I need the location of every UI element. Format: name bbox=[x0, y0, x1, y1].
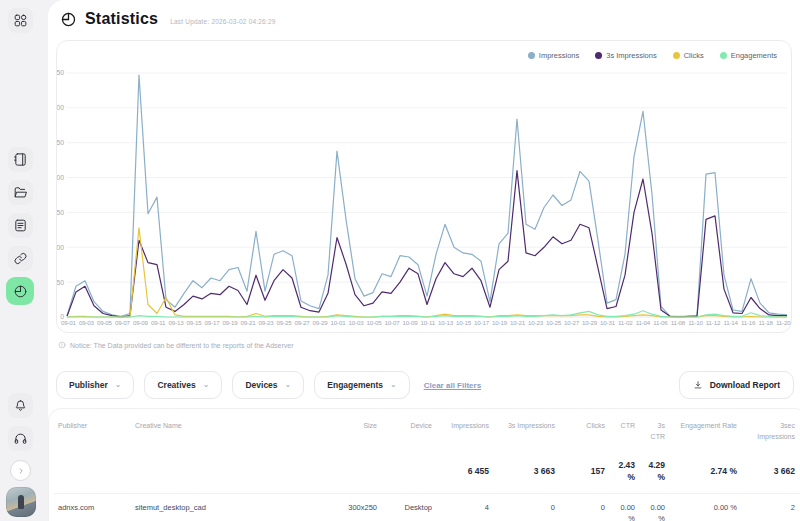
filter-dropdown-engagements[interactable]: Engagements⌄ bbox=[314, 371, 409, 399]
x-tick-label: 11-04 bbox=[636, 319, 650, 326]
x-tick-label: 09-25 bbox=[277, 319, 292, 326]
x-tick-label: 10-17 bbox=[474, 319, 489, 326]
table-cell: 300x250 bbox=[311, 503, 381, 514]
filter-dropdown-devices[interactable]: Devices⌄ bbox=[232, 371, 304, 399]
filter-dropdown-creatives[interactable]: Creatives⌄ bbox=[144, 371, 222, 399]
link-icon bbox=[13, 251, 28, 266]
bell-icon bbox=[13, 398, 28, 413]
column-header: Publisher bbox=[54, 421, 131, 442]
y-tick-label: 50 bbox=[57, 279, 64, 286]
x-tick-label: 10-03 bbox=[349, 319, 364, 326]
chevron-down-icon: ⌄ bbox=[115, 380, 122, 389]
sidebar-item-notifications[interactable] bbox=[8, 393, 33, 418]
y-tick-label: 200 bbox=[57, 174, 64, 181]
x-tick-label: 09-09 bbox=[133, 319, 148, 326]
sidebar-expand-button[interactable] bbox=[10, 460, 31, 481]
download-report-button[interactable]: Download Report bbox=[679, 371, 794, 399]
legend-label: Engagements bbox=[731, 51, 777, 60]
filter-bar: Publisher⌄Creatives⌄Devices⌄Engagements⌄… bbox=[56, 370, 794, 400]
chart-panel: Impressions3s ImpressionsClicksEngagemen… bbox=[56, 40, 792, 333]
table-cell: 4 bbox=[436, 503, 493, 514]
legend-item[interactable]: Clicks bbox=[673, 51, 704, 60]
filter-label: Publisher bbox=[69, 380, 108, 390]
legend-dot bbox=[673, 52, 680, 59]
sidebar-item-folders[interactable] bbox=[8, 180, 33, 205]
column-header: Creative Name bbox=[131, 421, 311, 442]
x-axis-labels: 09-0109-0309-0509-0709-0909-1109-1309-15… bbox=[61, 319, 791, 326]
filter-label: Engagements bbox=[327, 380, 383, 390]
y-tick-label: 300 bbox=[57, 104, 64, 111]
table-header-row: PublisherCreative NameSizeDeviceImpressi… bbox=[54, 409, 800, 450]
legend-dot bbox=[528, 52, 535, 59]
clear-all-filters-link[interactable]: Clear all Filters bbox=[424, 381, 481, 390]
column-header: Size bbox=[311, 421, 381, 442]
notice-text: Notice: The Data provided can be differe… bbox=[70, 342, 293, 349]
stats-table: PublisherCreative NameSizeDeviceImpressi… bbox=[48, 408, 800, 521]
table-cell: 0.00 % bbox=[639, 503, 669, 521]
legend-dot bbox=[720, 52, 727, 59]
headphones-icon bbox=[13, 431, 28, 446]
x-tick-label: 10-05 bbox=[367, 319, 382, 326]
x-tick-label: 10-23 bbox=[528, 319, 543, 326]
column-header: Device bbox=[381, 421, 436, 442]
x-tick-label: 11-10 bbox=[688, 319, 702, 326]
y-tick-label: 150 bbox=[57, 209, 64, 216]
x-tick-label: 10-01 bbox=[331, 319, 346, 326]
x-tick-label: 09-03 bbox=[79, 319, 94, 326]
sidebar-item-journal[interactable] bbox=[8, 147, 33, 172]
sidebar-item-dashboard[interactable] bbox=[8, 8, 33, 33]
legend-item[interactable]: Engagements bbox=[720, 51, 777, 60]
x-tick-label: 10-13 bbox=[438, 319, 453, 326]
info-icon bbox=[58, 341, 66, 349]
legend-item[interactable]: 3s Impressions bbox=[595, 51, 656, 60]
x-tick-label: 11-06 bbox=[653, 319, 667, 326]
legend-label: Impressions bbox=[539, 51, 579, 60]
column-header: Impressions bbox=[436, 421, 493, 442]
totals-cell: 2.43 % bbox=[609, 460, 639, 484]
x-tick-label: 09-27 bbox=[295, 319, 310, 326]
chart-svg: 050100150200250300350 bbox=[57, 65, 793, 323]
x-tick-label: 09-21 bbox=[241, 319, 256, 326]
x-tick-label: 09-05 bbox=[97, 319, 112, 326]
totals-cell: 3 662 bbox=[741, 466, 799, 478]
column-header: 3sec Impressions bbox=[741, 421, 799, 442]
legend-item[interactable]: Impressions bbox=[528, 51, 579, 60]
table-row[interactable]: adnxs.comsitemut_desktop_cad300x250Deskt… bbox=[54, 494, 800, 521]
x-tick-label: 09-17 bbox=[205, 319, 220, 326]
notice: Notice: The Data provided can be differe… bbox=[58, 341, 293, 349]
x-tick-label: 10-25 bbox=[546, 319, 561, 326]
download-icon bbox=[693, 380, 703, 390]
table-totals-row: 6 4553 6631572.43 %4.29 %2.74 %3 662 bbox=[54, 450, 800, 494]
totals-cell: 6 455 bbox=[436, 466, 493, 478]
x-tick-label: 10-07 bbox=[385, 319, 400, 326]
table-cell: 0 bbox=[493, 503, 559, 514]
totals-cell: 157 bbox=[559, 466, 609, 478]
table-cell: 0 bbox=[559, 503, 609, 514]
column-header: 3s Impressions bbox=[493, 421, 559, 442]
sidebar-item-reports[interactable] bbox=[8, 213, 33, 238]
table-cell: Desktop bbox=[381, 503, 436, 514]
column-header: 3s CTR bbox=[639, 421, 669, 442]
sidebar-item-support[interactable] bbox=[8, 426, 33, 451]
x-tick-label: 11-12 bbox=[706, 319, 720, 326]
table-cell: 0.00 % bbox=[669, 503, 741, 514]
chevron-down-icon: ⌄ bbox=[390, 380, 397, 389]
chart-legend: Impressions3s ImpressionsClicksEngagemen… bbox=[528, 51, 777, 60]
sidebar-item-links[interactable] bbox=[8, 246, 33, 271]
x-tick-label: 09-23 bbox=[259, 319, 274, 326]
table-cell: 0.00 % bbox=[609, 503, 639, 521]
y-tick-label: 100 bbox=[57, 244, 64, 251]
x-tick-label: 09-13 bbox=[169, 319, 184, 326]
filter-dropdown-publisher[interactable]: Publisher⌄ bbox=[56, 371, 134, 399]
y-tick-label: 350 bbox=[57, 69, 64, 76]
x-tick-label: 11-20 bbox=[776, 319, 790, 326]
column-header: Clicks bbox=[559, 421, 609, 442]
avatar[interactable] bbox=[6, 487, 36, 517]
sidebar-item-statistics[interactable] bbox=[6, 277, 34, 305]
legend-label: 3s Impressions bbox=[606, 51, 656, 60]
filter-label: Creatives bbox=[157, 380, 195, 390]
pie-chart-icon bbox=[60, 11, 77, 28]
folder-icon bbox=[13, 185, 28, 200]
totals-cell: 4.29 % bbox=[639, 460, 669, 484]
x-tick-label: 10-21 bbox=[510, 319, 525, 326]
